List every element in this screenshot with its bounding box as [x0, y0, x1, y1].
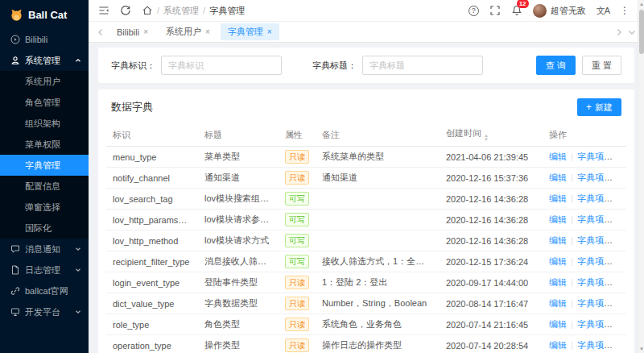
create-button[interactable]: 新建: [577, 98, 621, 116]
notification-bell-icon[interactable]: 12: [511, 5, 522, 16]
edit-link[interactable]: 编辑: [549, 340, 567, 350]
tabs-scroll-left-icon[interactable]: [97, 28, 106, 36]
cell-actions: 编辑字典项删除: [543, 314, 626, 335]
query-button[interactable]: 查 询: [536, 56, 576, 75]
delete-link[interactable]: 删除: [614, 340, 626, 350]
translate-icon[interactable]: [597, 5, 609, 17]
dict-items-link[interactable]: 字典项: [577, 172, 613, 182]
sidebar-subitem-label: 配置信息: [25, 181, 60, 193]
cell-remark: [316, 189, 440, 210]
tab-close-icon[interactable]: [267, 28, 272, 36]
edit-link[interactable]: 编辑: [549, 319, 567, 329]
cell-attribute: 可写: [279, 189, 316, 210]
delete-link[interactable]: 删除: [614, 172, 626, 182]
reload-icon[interactable]: [120, 5, 131, 16]
tab-dict-management[interactable]: 字典管理: [221, 23, 279, 40]
dict-items-link[interactable]: 字典项: [577, 319, 613, 329]
user-menu[interactable]: 超管无敌: [533, 4, 586, 18]
sidebar-subitem-popup-select[interactable]: 弹窗选择: [0, 197, 89, 218]
edit-link[interactable]: 编辑: [549, 172, 567, 182]
cell-attribute: 只读: [279, 147, 316, 168]
sidebar-subitem-organization[interactable]: 组织架构: [0, 113, 89, 134]
dict-items-link[interactable]: 字典项: [577, 235, 613, 245]
dict-items-link[interactable]: 字典项: [577, 214, 613, 224]
breadcrumb-separator: [157, 6, 159, 15]
window-scrollbar[interactable]: [638, 0, 644, 353]
dict-items-link[interactable]: 字典项: [577, 152, 613, 161]
delete-link[interactable]: 删除: [614, 235, 626, 245]
sidebar-subitem-dict-management[interactable]: 字典管理: [0, 155, 89, 176]
table-row: lov_http_params_position lov模块请求参数位置 可写 …: [106, 210, 626, 230]
delete-link[interactable]: 删除: [614, 298, 626, 308]
attribute-badge: 可写: [285, 255, 309, 268]
action-divider: [572, 237, 572, 245]
dict-items-link[interactable]: 字典项: [577, 298, 613, 308]
tab-bilibili[interactable]: Bilibili: [109, 25, 155, 39]
sidebar-item-dev-platform[interactable]: 开发平台: [0, 301, 89, 322]
tab-close-icon[interactable]: [205, 28, 210, 36]
dict-items-link[interactable]: 字典项: [577, 256, 613, 266]
table-row: lov_http_method lov模块请求方式 可写 2020-12-16 …: [106, 230, 626, 251]
delete-link[interactable]: 删除: [614, 214, 626, 224]
breadcrumb-item-dict: 字典管理: [209, 5, 245, 17]
delete-link[interactable]: 删除: [614, 277, 626, 287]
sidebar-item-message-notice[interactable]: 消息通知: [0, 239, 89, 260]
col-created-time[interactable]: 创建时间: [440, 123, 543, 147]
reset-button[interactable]: 重 置: [582, 56, 621, 75]
more-options-icon[interactable]: [620, 5, 630, 16]
breadcrumb-item-system[interactable]: 系统管理: [163, 5, 199, 17]
delete-link[interactable]: 删除: [614, 152, 626, 161]
cell-attribute: 可写: [279, 230, 316, 251]
sidebar-item-system-management[interactable]: 系统管理: [0, 50, 89, 71]
dict-items-link[interactable]: 字典项: [577, 277, 613, 287]
tabs-scroll-right-icon[interactable]: [615, 28, 625, 36]
scrollbar-thumb[interactable]: [639, 10, 644, 54]
sidebar-subitem-menu-permission[interactable]: 菜单权限: [0, 134, 89, 155]
help-icon[interactable]: [469, 6, 479, 16]
sidebar-subitem-config-info[interactable]: 配置信息: [0, 176, 89, 197]
cell-actions: 编辑字典项删除: [543, 293, 626, 314]
cell-actions: 编辑字典项删除: [543, 272, 626, 293]
home-icon[interactable]: [142, 5, 153, 16]
cell-remark: 1：登陆 2：登出: [316, 272, 440, 293]
edit-link[interactable]: 编辑: [549, 256, 567, 266]
brand-logo[interactable]: Ball Cat: [0, 0, 89, 29]
search-form-card: 字典标识： 字典标题： 查 询 重 置: [98, 48, 634, 83]
tab-label: Bilibili: [117, 27, 139, 37]
edit-link[interactable]: 编辑: [549, 298, 567, 308]
scroll-up-icon[interactable]: [638, 0, 644, 8]
fullscreen-icon[interactable]: [489, 5, 501, 16]
sidebar-item-label: ballcat官网: [25, 285, 68, 297]
table-row: operation_type 操作类型 只读 操作日志的操作类型 2020-07…: [106, 335, 626, 353]
edit-link[interactable]: 编辑: [549, 235, 567, 245]
scroll-down-icon[interactable]: [638, 345, 644, 353]
cell-identifier: lov_http_method: [106, 230, 198, 251]
dict-identifier-input[interactable]: [161, 56, 282, 75]
dict-title-input[interactable]: [362, 56, 483, 75]
delete-link[interactable]: 删除: [614, 193, 626, 203]
dict-title-label: 字典标题：: [312, 60, 357, 72]
sidebar-subitem-system-user[interactable]: 系统用户: [0, 71, 89, 92]
sidebar-item-ballcat-website[interactable]: ballcat官网: [0, 280, 89, 301]
dict-identifier-field: 字典标识：: [111, 56, 282, 75]
sidebar-item-label: Bilibili: [25, 35, 47, 44]
cell-remark: 通知渠道: [316, 168, 440, 189]
sidebar-item-bilibili[interactable]: Bilibili: [0, 29, 89, 50]
tab-close-icon[interactable]: [143, 28, 148, 36]
dict-items-link[interactable]: 字典项: [577, 340, 613, 350]
sidebar-item-log-management[interactable]: 日志管理: [0, 260, 89, 280]
edit-link[interactable]: 编辑: [549, 277, 567, 287]
edit-link[interactable]: 编辑: [549, 214, 567, 224]
sidebar-subitem-role-management[interactable]: 角色管理: [0, 92, 89, 113]
sort-icon[interactable]: [484, 134, 489, 142]
user-icon: [10, 56, 20, 65]
delete-link[interactable]: 删除: [614, 319, 626, 329]
edit-link[interactable]: 编辑: [549, 152, 567, 161]
menu-fold-icon[interactable]: [98, 5, 109, 16]
sidebar-subitem-i18n[interactable]: 国际化: [0, 218, 89, 239]
dict-items-link[interactable]: 字典项: [577, 193, 613, 203]
tab-system-user[interactable]: 系统用户: [159, 23, 217, 40]
tabs-dropdown-icon[interactable]: [628, 28, 638, 36]
delete-link[interactable]: 删除: [614, 256, 626, 266]
edit-link[interactable]: 编辑: [549, 193, 567, 203]
